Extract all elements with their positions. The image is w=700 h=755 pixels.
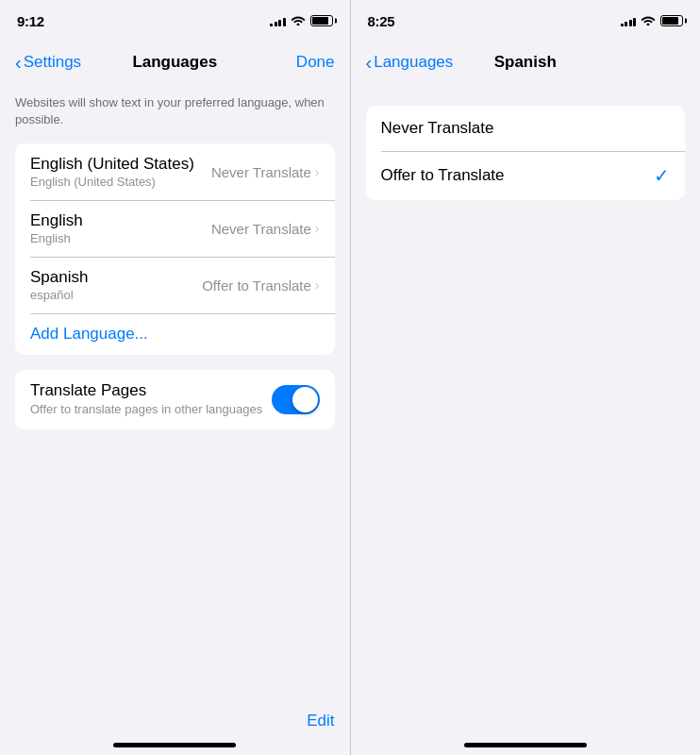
battery-icon — [660, 15, 683, 26]
spanish-nav-title: Spanish — [494, 53, 557, 72]
signal-bars-icon — [270, 16, 286, 26]
translation-option-list: Never Translate Offer to Translate ✓ — [366, 106, 686, 200]
offer-to-translate-option[interactable]: Offer to Translate ✓ — [366, 151, 686, 200]
left-status-bar: 9:12 — [0, 0, 350, 42]
chevron-right-icon: › — [315, 164, 320, 179]
language-list: English (United States) English (United … — [15, 143, 335, 355]
list-item[interactable]: Spanish español Offer to Translate › — [15, 257, 335, 313]
right-status-icons — [621, 14, 684, 28]
language-title-english-us: English (United States) — [30, 155, 194, 174]
battery-icon — [310, 15, 333, 26]
left-phone-panel: 9:12 ‹ Settings — [0, 0, 350, 755]
back-languages-label: Languages — [374, 53, 453, 72]
list-item[interactable]: English (United States) English (United … — [15, 143, 335, 200]
back-settings-label: Settings — [24, 53, 81, 72]
translate-pages-group: Translate Pages Offer to translate pages… — [15, 370, 335, 429]
right-status-time: 8:25 — [368, 13, 395, 29]
chevron-right-icon: › — [315, 221, 320, 236]
left-nav-bar: ‹ Settings Languages Done — [0, 42, 350, 83]
translate-pages-title: Translate Pages — [30, 381, 262, 400]
signal-bars-icon — [621, 16, 637, 26]
wifi-icon — [291, 14, 306, 28]
right-phone-panel: 8:25 ‹ Languages — [351, 0, 701, 755]
language-subtitle-english-us: English (United States) — [30, 175, 194, 189]
back-to-languages-button[interactable]: ‹ Languages — [366, 53, 454, 72]
language-subtitle-english: English — [30, 231, 83, 245]
chevron-right-icon: › — [315, 277, 320, 293]
home-indicator-right — [464, 743, 587, 747]
right-status-bar: 8:25 — [351, 0, 701, 42]
never-translate-option[interactable]: Never Translate — [366, 106, 686, 151]
done-button[interactable]: Done — [296, 53, 335, 72]
offer-to-translate-label: Offer to Translate — [381, 166, 505, 185]
languages-nav-title: Languages — [132, 53, 217, 72]
back-to-settings-button[interactable]: ‹ Settings — [15, 53, 81, 72]
left-status-time: 9:12 — [17, 13, 44, 29]
add-language-item[interactable]: Add Language... — [15, 313, 335, 355]
language-title-spanish: Spanish — [30, 268, 88, 287]
languages-description: Websites will show text in your preferre… — [0, 83, 350, 136]
language-setting-spanish: Offer to Translate — [202, 277, 311, 294]
back-chevron-icon: ‹ — [15, 53, 22, 72]
list-item[interactable]: English English Never Translate › — [15, 200, 335, 257]
language-subtitle-spanish: español — [30, 288, 88, 302]
home-indicator — [113, 743, 236, 747]
language-setting-english: Never Translate — [211, 221, 311, 237]
back-chevron-icon: ‹ — [366, 53, 373, 72]
translate-pages-toggle[interactable] — [272, 385, 320, 414]
edit-button[interactable]: Edit — [307, 712, 334, 730]
language-title-english: English — [30, 211, 83, 230]
checkmark-icon: ✓ — [654, 164, 670, 187]
translate-pages-subtitle: Offer to translate pages in other langua… — [30, 402, 262, 418]
right-nav-bar: ‹ Languages Spanish — [351, 42, 701, 83]
add-language-label: Add Language... — [30, 325, 148, 344]
never-translate-label: Never Translate — [381, 119, 494, 138]
toggle-knob — [292, 387, 318, 412]
translate-pages-item: Translate Pages Offer to translate pages… — [15, 370, 335, 429]
wifi-icon — [641, 14, 656, 28]
language-setting-english-us: Never Translate — [211, 164, 311, 180]
left-status-icons — [270, 14, 333, 28]
